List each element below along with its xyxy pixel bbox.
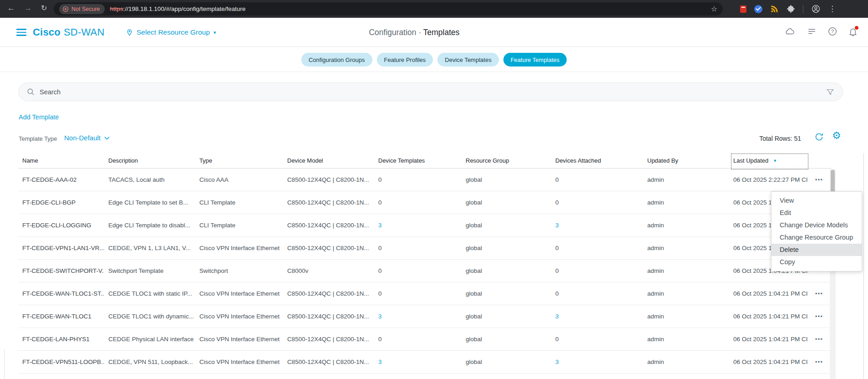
column-header[interactable]: Updated By bbox=[643, 153, 729, 168]
cell-resource-group: global bbox=[462, 282, 551, 305]
row-actions-icon[interactable]: ••• bbox=[813, 282, 832, 305]
tab[interactable]: Feature Templates bbox=[503, 53, 567, 67]
context-menu-item[interactable]: View bbox=[772, 195, 862, 207]
context-menu-item[interactable]: Copy bbox=[772, 256, 862, 268]
browser-toolbar: ← → ↻ Not Secure https://198.18.1.100/#/… bbox=[0, 0, 868, 18]
filter-funnel-icon[interactable] bbox=[826, 88, 834, 96]
refresh-icon[interactable] bbox=[814, 132, 824, 142]
column-header[interactable]: Resource Group bbox=[462, 153, 551, 168]
tabbar-divider bbox=[0, 72, 868, 72]
cell-device-model: C8500-12X4QC | C8200-1N... bbox=[283, 169, 374, 191]
hamburger-menu-icon[interactable] bbox=[16, 29, 26, 38]
cloud-icon[interactable] bbox=[784, 26, 796, 36]
cell-resource-group: global bbox=[462, 328, 551, 350]
not-secure-label: Not Secure bbox=[71, 6, 100, 12]
browser-extensions-tray: ⋮ bbox=[740, 0, 836, 18]
context-menu-item[interactable]: Change Device Models bbox=[772, 219, 862, 231]
browser-forward-icon[interactable]: → bbox=[24, 4, 32, 13]
row-actions-icon[interactable]: ••• bbox=[813, 328, 832, 350]
column-header-label: Device Templates bbox=[378, 157, 425, 164]
task-list-icon[interactable] bbox=[807, 26, 817, 36]
cell-name: FT-CEDGE-LAN-PHYS1 bbox=[18, 328, 104, 350]
bookmark-star-icon[interactable]: ☆ bbox=[711, 5, 717, 13]
column-header[interactable]: Description bbox=[104, 153, 195, 168]
cell-devices-attached: 0 bbox=[551, 328, 643, 350]
row-actions-icon[interactable]: ••• bbox=[813, 169, 832, 191]
column-header-label: Device Model bbox=[287, 157, 323, 164]
cell-description: TACACS, Local auth bbox=[104, 169, 195, 191]
table-row[interactable]: FT-CEDGE-VPN511-LOOPB... CEDGE, VPN 511,… bbox=[18, 351, 832, 374]
column-header[interactable]: Device Model bbox=[283, 153, 374, 168]
notification-bell[interactable] bbox=[848, 26, 858, 36]
red-extension-icon[interactable] bbox=[740, 5, 746, 13]
tab[interactable]: Device Templates bbox=[437, 53, 498, 67]
cell-devices-attached[interactable]: 3 bbox=[551, 351, 643, 373]
column-header[interactable]: Name bbox=[18, 153, 104, 168]
cell-updated-by: admin bbox=[643, 191, 729, 214]
context-menu-item[interactable]: Delete bbox=[772, 244, 862, 256]
address-bar[interactable]: Not Secure https://198.18.1.100/#/app/co… bbox=[54, 2, 723, 15]
template-type-dropdown[interactable]: Non-Default bbox=[64, 134, 110, 142]
url-text: https://198.18.1.100/#/app/config/templa… bbox=[110, 5, 246, 12]
row-actions-icon[interactable]: ••• bbox=[813, 305, 832, 328]
cell-resource-group: global bbox=[462, 260, 551, 282]
cell-resource-group: global bbox=[462, 305, 551, 328]
extensions-puzzle-icon[interactable] bbox=[787, 5, 795, 13]
search-input[interactable] bbox=[40, 88, 826, 96]
tab[interactable]: Feature Profiles bbox=[377, 53, 433, 67]
resource-group-selector[interactable]: Select Resource Group ▾ bbox=[126, 28, 216, 37]
cell-device-templates: 0 bbox=[374, 328, 462, 350]
table-row[interactable]: FT-CEDGE-AAA-02 TACACS, Local auth Cisco… bbox=[18, 169, 832, 191]
browser-profile-icon[interactable] bbox=[811, 4, 821, 14]
cell-type: Cisco VPN Interface Ethernet bbox=[195, 237, 283, 259]
cell-device-templates: 0 bbox=[374, 260, 462, 282]
cell-device-model: C8500-12X4QC | C8200-1N... bbox=[283, 214, 374, 236]
cell-type: Cisco VPN Interface Ethernet bbox=[195, 351, 283, 373]
context-menu-item[interactable]: Edit bbox=[772, 207, 862, 219]
add-template-link[interactable]: Add Template bbox=[19, 113, 59, 121]
table-row[interactable]: FT-CEDGE-WAN-TLOC1-ST... CEDGE TLOC1 wit… bbox=[18, 282, 832, 305]
cell-devices-attached: 0 bbox=[551, 260, 643, 282]
help-icon[interactable]: ? bbox=[827, 26, 838, 36]
context-menu: ViewEditChange Device ModelsChange Resou… bbox=[771, 191, 862, 271]
page-title-section: Configuration bbox=[369, 28, 416, 37]
cell-name: FT-CEDGE-VPN1-LAN1-VR... bbox=[18, 237, 104, 259]
total-rows-label: Total Rows: 51 bbox=[759, 135, 801, 142]
column-header[interactable]: Devices Attached bbox=[551, 153, 643, 168]
search-bar[interactable] bbox=[18, 82, 843, 101]
header-icon-group: ? bbox=[784, 26, 858, 36]
cell-resource-group: global bbox=[462, 214, 551, 236]
table-row[interactable]: FT-CEDGE-WAN-TLOC1 CEDGE TLOC1 with dyna… bbox=[18, 305, 832, 328]
cell-updated-by: admin bbox=[643, 237, 729, 259]
cell-devices-attached[interactable]: 3 bbox=[551, 305, 643, 328]
column-header-label: Type bbox=[199, 157, 212, 164]
tab-label: Configuration Groups bbox=[309, 56, 365, 63]
row-actions-icon[interactable]: ••• bbox=[813, 351, 832, 373]
browser-back-icon[interactable]: ← bbox=[7, 4, 15, 13]
cell-description: CEDGE, VPN 511, Loopback... bbox=[104, 351, 195, 373]
browser-menu-icon[interactable]: ⋮ bbox=[828, 4, 836, 14]
table-row[interactable]: FT-CEDGE-VPN1-LAN1-VR... CEDGE, VPN 1, L… bbox=[18, 237, 832, 260]
cell-device-templates[interactable]: 3 bbox=[374, 214, 462, 236]
cell-device-model: C8500-12X4QC | C8200-1N... bbox=[283, 191, 374, 214]
cell-devices-attached[interactable]: 3 bbox=[551, 214, 643, 236]
cell-type: Cisco VPN Interface Ethernet bbox=[195, 282, 283, 305]
cell-device-templates: 0 bbox=[374, 282, 462, 305]
rss-extension-icon[interactable] bbox=[770, 5, 779, 13]
check-extension-icon[interactable] bbox=[754, 5, 762, 13]
table-row[interactable]: FT-CEDGE-SWITCHPORT-V... Switchport Temp… bbox=[18, 260, 832, 282]
column-header[interactable]: Device Templates bbox=[374, 153, 462, 168]
column-header[interactable]: Type bbox=[195, 153, 283, 168]
cell-device-templates[interactable]: 3 bbox=[374, 351, 462, 373]
table-row[interactable]: FT-CEDGE-LAN-PHYS1 CEDGE Physical LAN in… bbox=[18, 328, 832, 351]
table-row[interactable]: FT-EDGE-CLI-LOGGING Edge CLI Template to… bbox=[18, 214, 832, 237]
cell-device-templates[interactable]: 3 bbox=[374, 305, 462, 328]
not-secure-badge[interactable]: Not Secure bbox=[59, 4, 105, 14]
tab[interactable]: Configuration Groups bbox=[301, 53, 372, 67]
table-settings-gear-icon[interactable]: ⚙ bbox=[832, 130, 841, 142]
table-row[interactable]: FT-EDGE-CLI-BGP Edge CLI Template to set… bbox=[18, 191, 832, 214]
context-menu-item[interactable]: Change Resource Group bbox=[772, 231, 862, 244]
browser-reload-icon[interactable]: ↻ bbox=[41, 4, 47, 12]
cell-type: Switchport bbox=[195, 260, 283, 282]
table-right-edge bbox=[863, 153, 864, 379]
